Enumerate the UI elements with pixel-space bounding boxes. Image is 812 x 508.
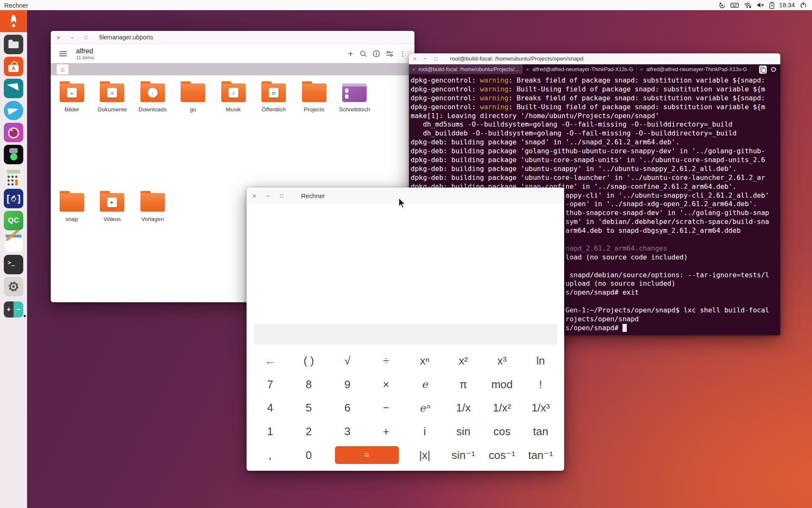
calc-key[interactable]: x²: [444, 349, 483, 373]
indicator-area[interactable]: 18:34: [719, 2, 807, 9]
calc-key[interactable]: 4: [251, 396, 289, 420]
calc-key[interactable]: 1: [251, 420, 289, 444]
calc-key[interactable]: xⁿ: [406, 349, 444, 373]
calc-key[interactable]: cos⁻¹: [483, 443, 521, 467]
terminal-tab[interactable]: × alfred@alfred-neumayer-ThinkPad-X13s-G…: [637, 64, 751, 75]
calc-key[interactable]: 8: [289, 373, 328, 397]
record-button-icon: [10, 153, 17, 160]
home-breadcrumb-icon[interactable]: ⌂: [57, 64, 69, 75]
add-button[interactable]: +: [348, 49, 353, 59]
dock-item-dekko-mail[interactable]: [4, 79, 23, 98]
calc-key[interactable]: tan: [521, 420, 560, 444]
dock-item-qc[interactable]: QC: [4, 211, 23, 230]
wifi-secure-icon[interactable]: [743, 2, 752, 8]
folder-item[interactable]: Musik: [213, 83, 254, 131]
dock-item-file-manager[interactable]: [4, 35, 23, 54]
calc-key[interactable]: ÷: [367, 349, 405, 373]
calc-key[interactable]: 0: [289, 443, 328, 467]
maximize-icon[interactable]: □: [85, 35, 88, 40]
view-options-icon[interactable]: [386, 50, 394, 58]
calc-key[interactable]: ( ): [289, 349, 328, 373]
filemanager-titlebar[interactable]: × − □ filemanager.ubports: [51, 31, 414, 44]
calc-key[interactable]: =: [335, 446, 399, 464]
calc-key[interactable]: x³: [483, 349, 521, 373]
dock-item-system-settings[interactable]: [4, 277, 23, 296]
dock-item-calculator[interactable]: [4, 167, 23, 186]
folder-item[interactable]: Vorlagen: [132, 193, 173, 241]
clock[interactable]: 18:34: [779, 2, 795, 8]
power-icon[interactable]: [800, 2, 807, 9]
folder-item[interactable]: Dokumente: [92, 83, 133, 131]
dock-item-terminal[interactable]: >_: [4, 255, 23, 274]
terminal-settings-gear-icon[interactable]: [770, 66, 777, 73]
close-icon[interactable]: ×: [413, 56, 417, 61]
folder-item[interactable]: Öffentlich: [254, 83, 294, 131]
calc-key[interactable]: eⁿ: [406, 396, 444, 420]
calc-key[interactable]: 5: [289, 396, 328, 420]
calc-key[interactable]: !: [521, 373, 560, 397]
maximize-icon[interactable]: □: [280, 193, 283, 198]
calc-key[interactable]: √: [328, 349, 367, 373]
calc-key[interactable]: cos: [483, 420, 521, 444]
calc-key[interactable]: ×: [367, 373, 405, 397]
battery-charging-icon[interactable]: [769, 2, 774, 9]
folder-item[interactable]: Videos: [92, 193, 133, 241]
calc-key[interactable]: tan⁻¹: [521, 443, 560, 467]
dock-item-dev-tools[interactable]: [ ]: [4, 189, 23, 208]
calc-key[interactable]: 7: [251, 373, 289, 397]
minimize-icon[interactable]: −: [424, 56, 427, 61]
close-icon[interactable]: ×: [57, 34, 60, 41]
calc-key[interactable]: 3: [328, 420, 367, 444]
folder-item[interactable]: Schreibtisch: [335, 83, 375, 131]
tab-close-icon[interactable]: ×: [640, 67, 643, 72]
calc-key[interactable]: ,: [251, 443, 289, 467]
calc-key[interactable]: 9: [328, 373, 367, 397]
calc-key[interactable]: 1/x: [444, 396, 483, 420]
calc-key[interactable]: sin⁻¹: [444, 443, 483, 467]
terminal-tab[interactable]: × root@build-focal: /home/ubuntu/Project…: [409, 64, 523, 75]
folder-item[interactable]: Projects: [294, 83, 335, 131]
maximize-icon[interactable]: □: [434, 56, 437, 61]
ubports-launcher-item[interactable]: [0, 10, 27, 32]
volume-muted-icon[interactable]: [757, 2, 765, 8]
dock-item-recorder[interactable]: [4, 145, 23, 164]
search-icon[interactable]: [359, 50, 367, 58]
terminal-titlebar[interactable]: × − □ root@build-focal: /home/ubuntu/Pro…: [409, 53, 780, 64]
dock-item-notes[interactable]: [4, 233, 23, 252]
dock-item-calc-tile[interactable]: + −: [4, 301, 23, 318]
tab-close-icon[interactable]: ×: [526, 67, 529, 72]
calc-input[interactable]: [254, 324, 557, 345]
calc-key[interactable]: e: [406, 373, 444, 397]
copy-icon[interactable]: [759, 66, 767, 74]
menu-icon[interactable]: [59, 50, 67, 58]
calc-key[interactable]: ←: [251, 349, 289, 373]
dock-item-camera[interactable]: [4, 123, 23, 142]
calc-key[interactable]: 1/x³: [521, 396, 560, 420]
folder-item[interactable]: Bilder: [52, 83, 92, 131]
dock-item-openstore[interactable]: A: [4, 57, 23, 76]
minimize-icon[interactable]: −: [266, 193, 270, 199]
terminal-tab[interactable]: × alfred@alfred-neumayer-ThinkPad-X13s-G…: [523, 64, 636, 75]
calc-key[interactable]: −: [367, 396, 405, 420]
calc-key[interactable]: 2: [289, 420, 328, 444]
calc-key[interactable]: 1/x²: [483, 396, 521, 420]
info-icon[interactable]: [373, 50, 380, 58]
calc-key[interactable]: |x|: [406, 443, 444, 467]
calc-key[interactable]: sin: [444, 420, 483, 444]
minimize-icon[interactable]: −: [71, 34, 74, 41]
close-icon[interactable]: ×: [252, 193, 256, 199]
calc-key[interactable]: π: [444, 373, 483, 397]
folder-item[interactable]: snap: [52, 193, 92, 241]
calc-key[interactable]: +: [367, 420, 405, 444]
calc-key[interactable]: 6: [328, 396, 367, 420]
overflow-menu-icon[interactable]: ⋮: [399, 50, 406, 58]
folder-item[interactable]: Downloads: [132, 83, 173, 131]
tab-close-icon[interactable]: ×: [412, 67, 415, 72]
folder-item[interactable]: go: [173, 83, 214, 131]
keyboard-icon[interactable]: [730, 2, 739, 8]
dock-item-telegram[interactable]: [4, 101, 23, 120]
calc-key[interactable]: ln: [521, 349, 560, 373]
rotation-lock-icon[interactable]: [719, 2, 726, 9]
calc-key[interactable]: mod: [483, 373, 521, 397]
calc-key[interactable]: i: [406, 420, 444, 444]
